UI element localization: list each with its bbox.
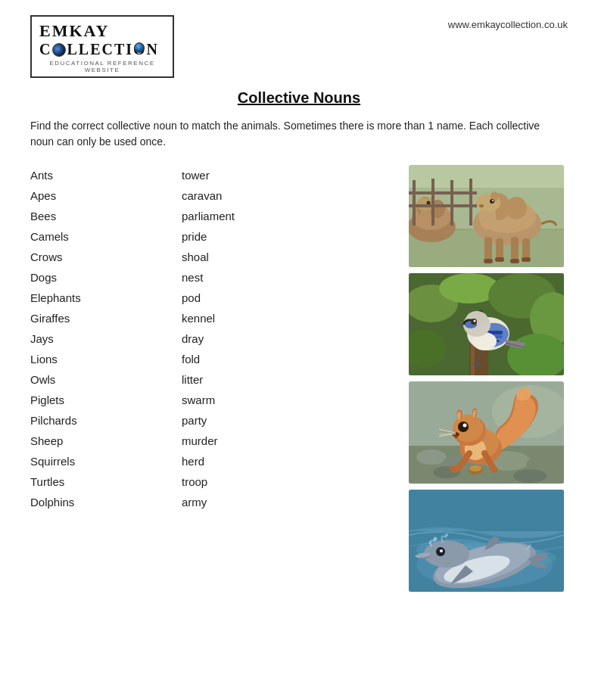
noun-row: Crows shoal <box>30 247 405 267</box>
svg-rect-16 <box>511 237 519 261</box>
animal-name: Elephants <box>30 291 182 304</box>
svg-point-93 <box>434 537 438 541</box>
svg-rect-30 <box>431 179 434 226</box>
noun-word: murder <box>182 434 303 447</box>
noun-word: parliament <box>182 210 303 222</box>
svg-rect-33 <box>409 191 477 194</box>
svg-point-56 <box>474 320 476 322</box>
squirrel-image <box>409 381 564 484</box>
animal-name: Ants <box>30 169 182 182</box>
animals-nouns-list: Ants tower Apes caravan Bees parliament … <box>30 165 405 592</box>
svg-point-91 <box>440 549 443 552</box>
noun-word: dray <box>182 332 303 345</box>
svg-point-13 <box>479 204 484 207</box>
animal-name: Piglets <box>30 394 182 406</box>
svg-point-72 <box>458 422 469 432</box>
noun-word: shoal <box>182 250 303 263</box>
noun-word: pride <box>182 230 303 243</box>
content-area: Ants tower Apes caravan Bees parliament … <box>30 165 568 592</box>
svg-point-74 <box>464 425 466 426</box>
noun-row: Pilchards party <box>30 410 405 431</box>
noun-row: Apes caravan <box>30 185 405 206</box>
svg-point-80 <box>469 465 481 471</box>
animal-name: Sheep <box>30 434 182 447</box>
noun-word: party <box>182 414 303 427</box>
noun-word: fold <box>182 353 303 366</box>
animal-name: Squirrels <box>30 455 182 468</box>
svg-rect-18 <box>484 259 493 263</box>
noun-row: Piglets swarm <box>30 390 405 410</box>
animal-name: Bees <box>30 210 182 222</box>
animal-name: Dogs <box>30 271 182 284</box>
noun-word: pod <box>182 291 303 304</box>
logo-globe-icon <box>52 43 66 57</box>
noun-word: troop <box>182 475 303 488</box>
logo-emkay: EMKAY <box>39 21 165 41</box>
noun-row: Dolphins army <box>30 492 405 512</box>
camel-image <box>409 165 564 267</box>
svg-rect-20 <box>510 259 519 263</box>
noun-row: Squirrels herd <box>30 451 405 471</box>
animal-name: Lions <box>30 353 182 366</box>
dolphin-image <box>409 490 564 592</box>
svg-rect-29 <box>413 180 416 226</box>
svg-rect-31 <box>450 180 453 226</box>
noun-word: herd <box>182 455 303 468</box>
animal-name: Owls <box>30 373 182 386</box>
website-url: www.emkaycollection.co.uk <box>448 15 568 30</box>
noun-row: Giraffes kennel <box>30 308 405 328</box>
noun-row: Camels pride <box>30 226 405 247</box>
title-section: Collective Nouns <box>30 89 568 107</box>
svg-rect-14 <box>484 237 492 261</box>
logo-collection: CLLECTION <box>39 41 165 58</box>
noun-row: Dogs nest <box>30 267 405 288</box>
svg-rect-21 <box>522 257 531 262</box>
svg-point-94 <box>429 542 431 544</box>
noun-word: litter <box>182 373 303 386</box>
noun-row: Turtles troop <box>30 471 405 492</box>
page-container: EMKAY CLLECTION EDUCATIONAL REFERENCE WE… <box>0 0 598 622</box>
animal-name: Giraffes <box>30 312 182 325</box>
logo-subtitle: EDUCATIONAL REFERENCE WEBSITE <box>39 60 165 73</box>
noun-row: Bees parliament <box>30 206 405 226</box>
noun-word: caravan <box>182 189 303 202</box>
noun-row: Jays dray <box>30 328 405 349</box>
svg-point-12 <box>492 200 494 201</box>
noun-row: Ants tower <box>30 165 405 185</box>
noun-row: Owls litter <box>30 369 405 390</box>
noun-word: army <box>182 496 303 509</box>
svg-rect-19 <box>495 257 504 262</box>
images-column <box>405 165 568 592</box>
svg-rect-32 <box>469 179 472 226</box>
header: EMKAY CLLECTION EDUCATIONAL REFERENCE WE… <box>30 15 568 78</box>
instructions: Find the correct collective noun to matc… <box>30 118 545 150</box>
svg-point-92 <box>438 549 440 551</box>
logo-box: EMKAY CLLECTION EDUCATIONAL REFERENCE WE… <box>30 15 174 78</box>
svg-point-59 <box>416 450 447 465</box>
jay-image <box>409 273 564 375</box>
animal-name: Dolphins <box>30 496 182 509</box>
svg-point-28 <box>427 201 431 205</box>
animal-name: Crows <box>30 250 182 263</box>
svg-rect-26 <box>420 209 431 228</box>
svg-point-64 <box>513 469 547 483</box>
noun-row: Elephants pod <box>30 288 405 308</box>
noun-word: kennel <box>182 312 303 325</box>
animal-name: Turtles <box>30 475 182 488</box>
svg-point-95 <box>445 534 448 537</box>
animal-name: Pilchards <box>30 414 182 427</box>
svg-point-7 <box>506 197 527 219</box>
logo-container: EMKAY CLLECTION EDUCATIONAL REFERENCE WE… <box>30 15 174 78</box>
noun-word: nest <box>182 271 303 284</box>
noun-row: Lions fold <box>30 349 405 369</box>
noun-word: swarm <box>182 394 303 406</box>
svg-rect-34 <box>409 204 477 207</box>
animal-name: Jays <box>30 332 182 345</box>
animal-name: Camels <box>30 230 182 243</box>
animal-name: Apes <box>30 189 182 202</box>
svg-point-11 <box>490 199 494 204</box>
page-title: Collective Nouns <box>30 89 568 107</box>
noun-word: tower <box>182 169 303 182</box>
noun-row: Sheep murder <box>30 431 405 451</box>
